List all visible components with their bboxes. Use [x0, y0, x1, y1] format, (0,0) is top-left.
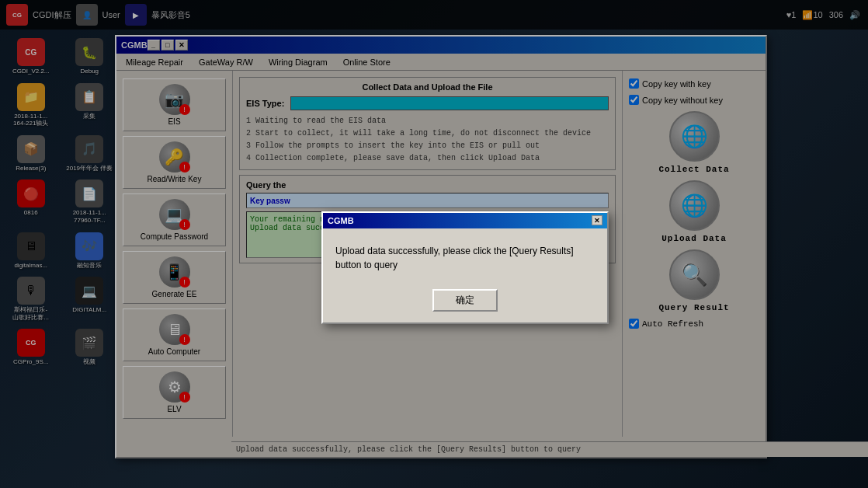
modal-close-button[interactable]: ✕	[592, 215, 602, 225]
modal-footer: 确定	[323, 283, 607, 322]
modal-ok-button[interactable]: 确定	[432, 289, 498, 312]
modal-titlebar: CGMB ✕	[323, 213, 607, 228]
modal-body: Upload data successfully, please click t…	[323, 228, 607, 283]
modal-overlay: CGMB ✕ Upload data successfully, please …	[0, 0, 868, 488]
desktop: CG CGDI解压 👤 User ▶ 暴风影音5 ♥1 📶10 306 🔊 CG…	[0, 0, 868, 488]
modal-dialog: CGMB ✕ Upload data successfully, please …	[321, 211, 609, 324]
modal-title: CGMB	[328, 216, 592, 225]
modal-message: Upload data successfully, please click t…	[335, 246, 574, 270]
